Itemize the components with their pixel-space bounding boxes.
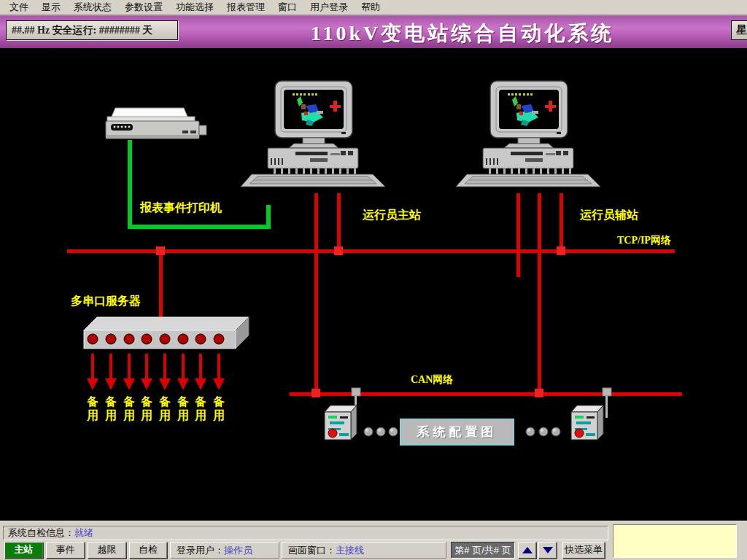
page-up-icon [522,547,533,553]
diagram-graphics [0,48,747,521]
screen-window-label: 画面窗口： [288,545,336,556]
menu-item-report-management[interactable]: 报表管理 [220,0,271,14]
rtu-device-left-image [325,405,357,440]
page-up-button[interactable] [518,542,536,559]
selfcheck-message: 系统自检信息：就绪 [3,526,608,540]
operator-aux-label: 运行员辅站 [580,208,638,223]
spare-port-label: 备用 [177,394,190,422]
spare-port-label: 备用 [158,394,171,422]
tcpip-network-label: TCP/IP网络 [617,234,671,247]
page-down-icon [543,547,553,553]
can-network-label: CAN网络 [411,373,453,386]
status-bar: 系统自检信息：就绪 主站 事件 越限 自检 登录用户：操作员 画面窗口：主接线 … [0,521,747,560]
login-user-value: 操作员 [224,545,252,556]
spare-port-arrows [87,354,225,390]
selfcheck-value: 就绪 [74,527,93,538]
menu-item-parameter-settings[interactable]: 参数设置 [118,0,169,14]
tab-events[interactable]: 事件 [46,542,85,559]
screen-window-value: 主接线 [336,545,364,556]
week-display: 星期 [731,20,747,40]
serial-server-image [84,317,249,349]
spare-port-label: 备用 [140,394,153,422]
menu-item-system-status[interactable]: 系统状态 [67,0,118,14]
menu-item-user-login[interactable]: 用户登录 [303,0,355,14]
spare-port-label: 备用 [212,394,225,422]
spare-port-label: 备用 [86,394,99,422]
frequency-runtime-display: ##.## Hz 安全运行: ######## 天 [6,20,178,40]
quick-menu-button[interactable]: 快选菜单 [562,542,605,559]
menu-item-help[interactable]: 帮助 [355,0,387,14]
report-printer-image [106,108,206,139]
screen-window-panel: 画面窗口：主接线 [282,542,446,559]
clock-panel [613,524,737,558]
rtu-device-right-image [571,405,603,440]
login-user-panel: 登录用户：操作员 [170,542,279,559]
selfcheck-label: 系统自检信息： [8,527,74,538]
spare-port-label: 备用 [123,394,136,422]
login-user-label: 登录用户： [177,545,224,556]
operator-main-label: 运行员主站 [363,208,421,223]
menu-item-file[interactable]: 文件 [3,0,35,14]
tab-main-station[interactable]: 主站 [4,542,43,559]
spare-port-label: 备用 [104,394,117,422]
menu-item-window[interactable]: 窗口 [271,0,303,14]
serial-server-label: 多串口服务器 [71,294,141,309]
spare-port-label: 备用 [194,394,207,422]
scada-application-window: 文件 显示 系统状态 参数设置 功能选择 报表管理 窗口 用户登录 帮助 ##.… [0,0,747,560]
printer-label: 报表事件打印机 [140,201,222,216]
tab-selfcheck[interactable]: 自检 [129,542,167,559]
page-indicator: 第# 页/共# 页 [451,542,515,559]
system-config-button[interactable]: 系统配置图 [400,419,514,446]
system-configuration-diagram: 报表事件打印机 运行员主站 运行员辅站 TCP/IP网络 多串口服务器 CAN网… [0,48,747,521]
title-bar: ##.## Hz 安全运行: ######## 天 110kV变电站综合自动化系… [0,15,747,48]
page-title: 110kV变电站综合自动化系统 [311,20,614,47]
operator-aux-workstation-image [456,81,600,187]
page-down-button[interactable] [538,542,557,559]
menu-item-function-select[interactable]: 功能选择 [169,0,220,14]
tab-limit-violation[interactable]: 越限 [88,542,126,559]
operator-main-workstation-image [241,81,385,187]
menu-item-display[interactable]: 显示 [35,0,67,14]
network-lines [67,193,682,397]
menu-bar: 文件 显示 系统状态 参数设置 功能选择 报表管理 窗口 用户登录 帮助 [0,0,747,15]
